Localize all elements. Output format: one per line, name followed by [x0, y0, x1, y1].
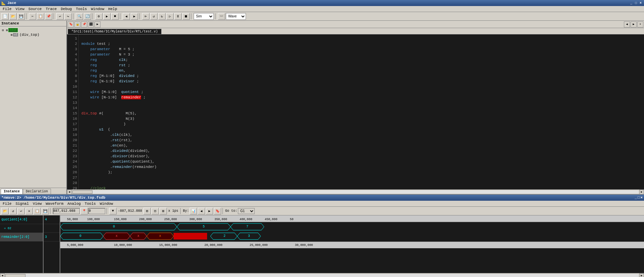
wave-tb-reload[interactable]: ↺	[9, 208, 17, 214]
wave-cursor-input[interactable]	[88, 208, 105, 214]
tree-icon-1: ⊞	[11, 33, 12, 37]
menu-debug[interactable]: Debug	[59, 7, 74, 11]
wave-hscroll-thumb[interactable]	[5, 274, 25, 277]
tb-replace[interactable]: 🔄	[84, 13, 91, 20]
wave-menu-view[interactable]: View	[31, 201, 44, 206]
tb-sim1[interactable]: ⊳	[142, 13, 149, 20]
wave-menu-file[interactable]: File	[1, 201, 13, 206]
tb-cut[interactable]: ✂	[29, 13, 36, 20]
wave-menu-analog[interactable]: Analog	[65, 201, 83, 206]
waveform-area[interactable]: 50,000 100,000 150,000 200,000 250,000 3…	[60, 215, 644, 273]
tb-run[interactable]: ▶	[103, 13, 111, 20]
hscroll-left[interactable]: ◀	[67, 190, 72, 194]
tb-open[interactable]: 📂	[9, 13, 17, 20]
tb-compile[interactable]: ⚙	[95, 13, 103, 20]
close-button[interactable]: ×	[639, 1, 643, 5]
wave-menu-signal[interactable]: Signal	[13, 201, 31, 206]
menu-tools[interactable]: Tools	[74, 7, 89, 11]
ed-bookmark[interactable]: 🔖	[68, 21, 74, 27]
maximize-button[interactable]: □	[634, 1, 638, 5]
wave-menu-waveform[interactable]: Waveform	[44, 201, 65, 206]
wave-tb-save[interactable]: 💾	[42, 208, 49, 214]
tb-copy[interactable]: 📋	[37, 13, 44, 20]
ed-right[interactable]: ▶	[94, 21, 101, 27]
wave-tb-copy[interactable]: 📋	[34, 208, 41, 214]
ed-tb8[interactable]: ×	[637, 21, 643, 27]
tb-sim-dropdown[interactable]: Sim	[194, 13, 214, 20]
tb-new[interactable]: 📄	[1, 13, 9, 20]
tb-wave[interactable]: 〰	[218, 13, 225, 20]
tb-sep8	[215, 13, 216, 19]
tb-redo[interactable]: ↪	[64, 13, 72, 20]
menu-trace[interactable]: Trace	[44, 7, 59, 11]
wave-minimize[interactable]: _	[635, 196, 637, 200]
ed-lock[interactable]: 🔒	[74, 21, 80, 27]
menu-source[interactable]: Source	[26, 7, 44, 11]
ed-pin[interactable]: 📌	[81, 21, 87, 27]
menu-window[interactable]: Window	[89, 7, 106, 11]
wave-by-label: By:	[183, 209, 189, 213]
wave-tb-zoomout[interactable]: ⊟	[151, 208, 159, 214]
wave-goto-select[interactable]: G1	[238, 208, 255, 214]
wave-tb-zoomfit[interactable]: ⊞	[143, 208, 151, 214]
wave-hscroll-track[interactable]	[5, 274, 639, 277]
wave-maximize[interactable]: □	[638, 196, 640, 200]
wave-tb-del[interactable]: ✕	[25, 208, 33, 214]
tb-stop[interactable]: ■	[111, 13, 119, 20]
tb-paste[interactable]: 📌	[45, 13, 52, 20]
code-content[interactable]: module test ; parameter M = 5 ; paramete…	[79, 34, 644, 189]
wave-tb-prev[interactable]: ◀	[198, 208, 205, 214]
ed-tb7[interactable]: ▶	[631, 21, 637, 27]
wave-tb-undo[interactable]: ↩	[17, 208, 25, 214]
hscroll-right[interactable]: ▶	[639, 190, 644, 194]
signal-row-2[interactable]: remainder[2:0]	[0, 233, 43, 242]
tree-expand-0[interactable]: ⊟	[2, 28, 5, 32]
tb-back[interactable]: ◀	[123, 13, 130, 20]
wave-hscroll: ◀ ▶	[0, 273, 644, 277]
tb-undo[interactable]: ↩	[56, 13, 64, 20]
wave-hscroll-right[interactable]: ▶	[639, 273, 644, 277]
tb-save[interactable]: 💾	[17, 13, 25, 20]
wave-close[interactable]: ×	[640, 196, 643, 200]
tb-search[interactable]: 🔍	[76, 13, 83, 20]
tab-declaration[interactable]: Declaration	[23, 189, 51, 194]
hscroll-thumb[interactable]	[72, 190, 92, 194]
wave-tb-next[interactable]: ▶	[206, 208, 213, 214]
app-icon: 📐	[1, 1, 6, 5]
tb-wave-dropdown[interactable]: Wave	[226, 13, 246, 20]
tree-item-0[interactable]: ⊟ ⊞ test	[1, 28, 65, 32]
tb-sim2[interactable]: ↺	[150, 13, 157, 20]
wave-tb-by1[interactable]: 📊	[190, 208, 197, 214]
menu-help[interactable]: Help	[106, 7, 119, 11]
signal-row-1: = 02	[0, 224, 43, 233]
menu-file[interactable]: File	[1, 7, 13, 11]
wave-tb-zoomin[interactable]: ▼	[109, 208, 117, 214]
tb-forward[interactable]: ▶	[131, 13, 138, 20]
ed-left[interactable]: ⬛	[88, 21, 94, 27]
wave-time-input[interactable]	[53, 208, 80, 214]
wave-tb-mark[interactable]: 🔖	[214, 208, 221, 214]
titlebar-right[interactable]: _ □ ×	[629, 1, 643, 5]
minimize-button[interactable]: _	[629, 1, 633, 5]
wave-title-bar: *nWave:2> /home/IC/Mylearn/Div/RTL/div_t…	[0, 195, 644, 201]
tb-sim4[interactable]: ▷	[166, 13, 174, 20]
wave-menu-tools[interactable]: Tools	[83, 201, 98, 206]
tb-sim6[interactable]: ⏹	[182, 13, 190, 20]
signal-row-0[interactable]: quotient[4:0]	[0, 215, 43, 224]
title-bar: 📐 Jace _ □ ×	[0, 0, 644, 6]
menu-view[interactable]: View	[13, 7, 26, 11]
wave-tb-zoom-all[interactable]: ⊠	[159, 208, 167, 214]
wave-hscroll-left[interactable]: ◀	[0, 273, 5, 277]
wave-scale-unit: x 1ps	[168, 209, 178, 213]
wave-tb-open[interactable]: 📂	[1, 208, 9, 214]
tree-item-1[interactable]: ⊞ u1 (div_top)	[1, 32, 65, 37]
wave-menu-window[interactable]: Window	[98, 201, 115, 206]
tb-sim3[interactable]: ↻	[158, 13, 166, 20]
editor-toolbar: 🔖 🔒 📌 ⬛ ▶ ◀ ▶ ×	[67, 21, 644, 28]
ed-tb6[interactable]: ◀	[624, 21, 630, 27]
hscroll-track[interactable]	[72, 190, 639, 194]
tab-instance[interactable]: Instance	[1, 189, 23, 194]
tb-sim5[interactable]: ⏸	[174, 13, 182, 20]
wave-tb-go[interactable]: 📍	[80, 208, 88, 214]
editor-tab-0[interactable]: *Src1:test(/home/IC/Mylearn/Div/RTL/test…	[68, 29, 162, 34]
